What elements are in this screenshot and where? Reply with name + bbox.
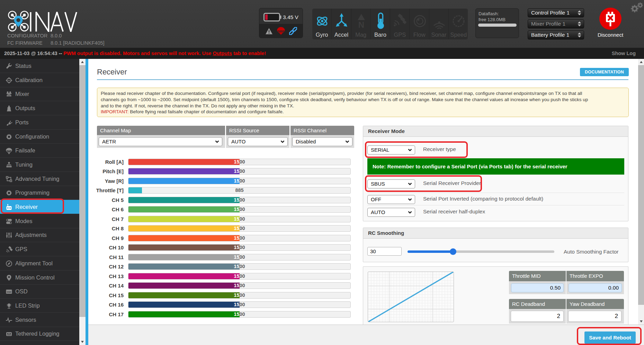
svg-text:OSD: OSD <box>7 291 11 293</box>
svg-text:N: N <box>358 20 364 29</box>
